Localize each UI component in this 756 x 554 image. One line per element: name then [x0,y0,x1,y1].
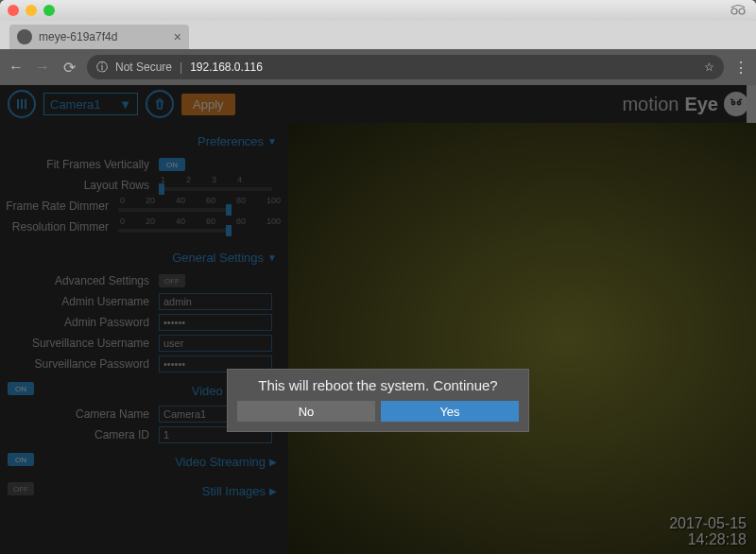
address-field[interactable]: ⓘ Not Secure | 192.168.0.116 ☆ [87,55,724,79]
window-close-icon[interactable] [8,5,19,16]
modal-backdrop [0,85,756,554]
window-minimize-icon[interactable] [26,5,37,16]
modal-no-button[interactable]: No [237,401,375,422]
reboot-confirm-modal: This will reboot the system. Continue? N… [227,369,529,432]
address-bar: ← → ⟳ ⓘ Not Secure | 192.168.0.116 ☆ ⋮ [0,49,756,85]
tab-close-icon[interactable]: × [174,29,181,44]
svg-point-0 [731,9,737,14]
favicon-icon [17,29,32,44]
browser-tab[interactable]: meye-619a7f4d × [9,25,189,49]
svg-point-1 [739,9,745,14]
browser-menu-icon[interactable]: ⋮ [733,59,748,77]
not-secure-label: Not Secure [115,61,172,74]
window-titlebar [0,0,756,21]
info-icon: ⓘ [96,60,108,76]
incognito-icon [730,4,747,18]
bookmark-star-icon[interactable]: ☆ [704,61,714,74]
tab-strip: meye-619a7f4d × [0,21,756,49]
nav-reload-icon[interactable]: ⟳ [60,59,77,77]
browser-window: meye-619a7f4d × ← → ⟳ ⓘ Not Secure | 192… [0,0,756,554]
page-viewport: Camera1 ▼ Apply motionEye Preferences▼ F… [0,85,756,554]
window-zoom-icon[interactable] [43,5,55,16]
modal-yes-button[interactable]: Yes [381,401,519,422]
tab-title: meye-619a7f4d [39,30,117,43]
modal-message: This will reboot the system. Continue? [237,377,519,393]
nav-forward-icon: → [34,59,51,76]
nav-back-icon[interactable]: ← [8,59,25,76]
url-text: 192.168.0.116 [190,61,263,74]
